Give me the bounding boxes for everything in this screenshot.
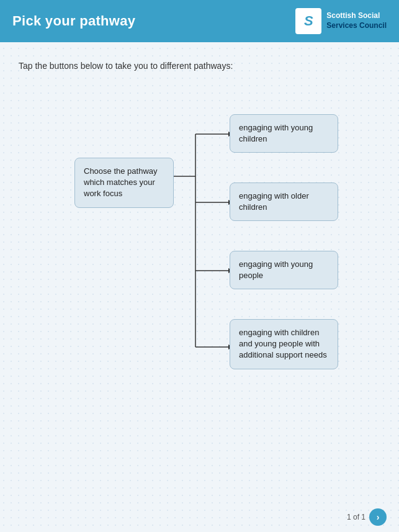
next-button[interactable]: ›: [369, 508, 387, 526]
main-content: Tap the buttons below to take you to dif…: [0, 42, 399, 443]
sssc-s-letter: S: [304, 13, 313, 29]
pathway-young-people-button[interactable]: engaging with young people: [230, 251, 338, 289]
logo-line2: Services Council: [326, 21, 387, 30]
pathway-2-label: engaging with older children: [239, 191, 309, 212]
logo-text: Scottish Social Services Council: [326, 11, 387, 30]
pathway-young-children-button[interactable]: engaging with young children: [230, 114, 338, 153]
next-icon: ›: [377, 512, 380, 522]
pathway-additional-needs-button[interactable]: engaging with children and young people …: [230, 319, 338, 369]
pathway-3-label: engaging with young people: [239, 259, 313, 280]
pathway-older-children-button[interactable]: engaging with older children: [230, 183, 338, 221]
page-footer: 1 of 1 ›: [347, 508, 387, 526]
pathway-4-label: engaging with children and young people …: [239, 328, 327, 359]
page-indicator: 1 of 1: [347, 513, 365, 521]
center-node-label: Choose the pathway which matches your wo…: [84, 166, 158, 198]
page-title: Pick your pathway: [12, 13, 135, 29]
logo-line1: Scottish Social: [326, 11, 380, 20]
pathway-diagram: Choose the pathway which matches your wo…: [37, 96, 380, 406]
sssc-logo-icon: S: [295, 8, 321, 34]
center-node: Choose the pathway which matches your wo…: [74, 158, 174, 208]
intro-text: Tap the buttons below to take you to dif…: [19, 61, 380, 71]
page-header: Pick your pathway S Scottish Social Serv…: [0, 0, 399, 42]
pathway-1-label: engaging with young children: [239, 123, 313, 143]
logo-area: S Scottish Social Services Council: [295, 8, 387, 34]
